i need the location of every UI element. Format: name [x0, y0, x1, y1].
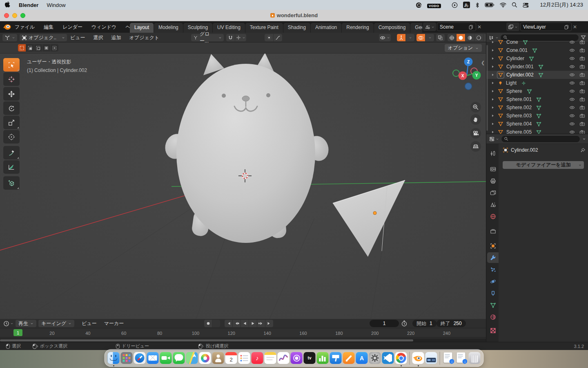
dock-item-blender[interactable]	[412, 352, 424, 364]
auto-keying-toggle[interactable]	[204, 320, 212, 327]
outliner-row-cylinder.001[interactable]: Cylinder.001	[486, 63, 588, 71]
collapse-panel-arrow[interactable]: ❮	[481, 60, 485, 65]
properties-tab-object[interactable]	[487, 240, 499, 251]
workspace-tab-texture-paint[interactable]: Texture Paint	[245, 23, 283, 33]
viewport-menu-1[interactable]: 選択	[94, 34, 103, 41]
disclosure-triangle-icon[interactable]	[491, 114, 494, 117]
play-circle-icon[interactable]	[452, 2, 458, 8]
cat-model[interactable]	[162, 54, 332, 243]
dock-item-reminders[interactable]	[238, 352, 250, 364]
xray-toggle[interactable]	[436, 34, 445, 41]
dock-item-colorful-wave-app[interactable]	[278, 352, 290, 364]
pan-hand-icon[interactable]	[470, 114, 481, 125]
timeline-editor-type-button[interactable]	[3, 321, 13, 327]
dock-item-notes[interactable]	[265, 352, 276, 364]
disable-in-renders-toggle[interactable]	[579, 40, 585, 45]
workspace-tab-layout[interactable]: Layout	[130, 23, 154, 33]
properties-search-input[interactable]	[501, 135, 580, 143]
disclosure-triangle-icon[interactable]	[491, 106, 494, 109]
dock-item-chrome[interactable]	[395, 352, 407, 364]
hide-in-viewport-toggle[interactable]	[569, 121, 575, 126]
transform-orientation-dropdown[interactable]: グロー...	[191, 34, 224, 41]
disclosure-triangle-icon[interactable]	[491, 65, 494, 68]
snap-toggle-button[interactable]	[226, 34, 235, 41]
dock-item-trash[interactable]	[469, 352, 481, 364]
menubar-app-name[interactable]: Blender	[19, 2, 38, 8]
properties-tab-modifiers[interactable]	[487, 252, 499, 263]
move-tool[interactable]	[3, 87, 20, 101]
properties-tab-output[interactable]	[487, 175, 499, 186]
dock-item-tv[interactable]: tv	[304, 352, 316, 364]
disable-in-renders-toggle[interactable]	[579, 48, 585, 53]
outliner-row-sphere.004[interactable]: Sphere.004	[486, 120, 588, 128]
unlink-scene-button[interactable]: ✕	[477, 24, 481, 30]
select-mode-invert[interactable]	[42, 44, 50, 52]
dock-item-contacts[interactable]	[212, 352, 224, 364]
remove-viewlayer-button[interactable]: ✕	[573, 24, 577, 30]
dock-item-podcasts[interactable]	[291, 352, 303, 364]
gizmo-settings-dropdown[interactable]	[406, 34, 414, 41]
disclosure-triangle-icon[interactable]	[491, 40, 494, 44]
viewport-menu-2[interactable]: 追加	[111, 34, 121, 41]
mode-dropdown[interactable]: オブジェク..	[20, 34, 67, 41]
wireframe-shading-button[interactable]	[448, 34, 456, 41]
viewlayer-browse-button[interactable]	[506, 22, 519, 31]
close-window-button[interactable]	[4, 13, 9, 18]
outliner-scrollbar[interactable]	[486, 45, 488, 131]
workspace-tab-animation[interactable]: Animation	[311, 23, 341, 33]
cursor-tool[interactable]	[3, 72, 20, 86]
bluetooth-icon[interactable]	[475, 2, 479, 8]
workspace-tab-rendering[interactable]: Rendering	[342, 23, 373, 33]
annotate-tool[interactable]	[3, 146, 20, 159]
workspace-tab-modeling[interactable]: Modeling	[154, 23, 183, 33]
jump-to-end-button[interactable]	[265, 320, 273, 327]
rotate-tool[interactable]	[3, 101, 20, 115]
properties-tab-render[interactable]	[487, 164, 499, 174]
object-name[interactable]: Sphere.001	[506, 96, 532, 102]
disable-in-renders-toggle[interactable]	[579, 64, 585, 69]
camera-view-icon[interactable]	[470, 128, 481, 139]
select-box-tool[interactable]	[3, 58, 20, 72]
hide-in-viewport-toggle[interactable]	[569, 81, 575, 85]
dock-item-settings[interactable]	[369, 352, 381, 364]
scene-browse-button[interactable]	[423, 22, 436, 31]
properties-tab-view-layer[interactable]	[487, 187, 499, 198]
object-name[interactable]: Sphere.005	[506, 129, 532, 134]
workspace-tab-uv-editing[interactable]: UV Editing	[213, 23, 245, 33]
add-cube-tool[interactable]	[3, 176, 20, 190]
dock-item-maps[interactable]	[186, 352, 198, 364]
viewport-menu-3[interactable]: オブジェクト	[129, 34, 160, 41]
viewport-menu-0[interactable]: ビュー	[70, 34, 85, 41]
disable-in-renders-toggle[interactable]	[579, 130, 585, 134]
dock-item-app-store[interactable]: A	[356, 352, 368, 364]
timeline-scrollbar[interactable]	[0, 339, 486, 342]
navigation-gizmo[interactable]: Z X Y	[447, 57, 484, 95]
select-mode-set[interactable]	[18, 44, 26, 52]
topbar-menu-2[interactable]: レンダー	[62, 24, 82, 31]
proportional-edit-toggle[interactable]	[265, 34, 273, 41]
disable-in-renders-toggle[interactable]	[579, 72, 585, 77]
hide-in-viewport-toggle[interactable]	[569, 40, 575, 45]
ime-input-icon[interactable]: あ	[463, 2, 470, 8]
properties-tab-world[interactable]	[487, 211, 499, 222]
creative-cloud-icon[interactable]	[416, 2, 422, 8]
dock-item-facetime[interactable]	[160, 352, 172, 364]
cone-object[interactable]	[333, 180, 405, 257]
disable-in-renders-toggle[interactable]	[579, 97, 585, 102]
next-keyframe-button[interactable]	[257, 320, 265, 327]
snap-settings-dropdown[interactable]	[235, 34, 246, 41]
hide-in-viewport-toggle[interactable]	[569, 64, 575, 69]
current-frame-field[interactable]: 1	[370, 320, 399, 327]
show-overlays-toggle[interactable]	[416, 34, 425, 41]
proportional-falloff-dropdown[interactable]	[274, 34, 282, 41]
outliner-row-cylinder[interactable]: Cylinder	[486, 54, 588, 63]
disclosure-triangle-icon[interactable]	[491, 81, 494, 85]
disclosure-triangle-icon[interactable]	[491, 57, 494, 60]
hide-in-viewport-toggle[interactable]	[569, 130, 575, 134]
wifi-icon[interactable]	[500, 2, 506, 7]
outliner-row-sphere.003[interactable]: Sphere.003	[486, 112, 588, 120]
dock-item-keynote[interactable]	[330, 352, 342, 364]
dock-item-vscode[interactable]	[382, 352, 394, 364]
object-name[interactable]: Sphere	[506, 88, 522, 94]
battery-charging-icon[interactable]	[485, 2, 494, 7]
